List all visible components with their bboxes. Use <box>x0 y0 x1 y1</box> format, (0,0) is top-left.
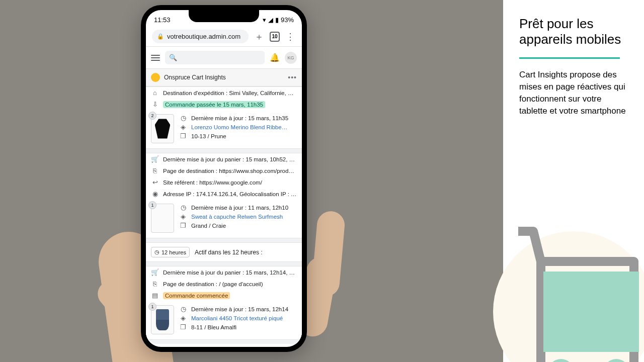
signal-icon: ◢ <box>268 16 273 24</box>
variant-text: Grand / Craie <box>191 223 226 229</box>
clock-icon: ◷ <box>154 249 159 255</box>
notifications-icon[interactable]: 🔔 <box>270 53 280 62</box>
svg-point-1 <box>548 359 574 362</box>
cart-update: Dernière mise à jour du panier : 15 mars… <box>163 156 297 162</box>
landing-page: Page de destination : / (page d'accueil) <box>163 281 263 287</box>
order-placed-badge: Commande passée le 15 mars, 11h35 <box>163 101 265 108</box>
landing-page: Page de destination : https://www.shop.c… <box>163 168 297 174</box>
checkout-icon: ▤ <box>151 292 159 299</box>
avatar[interactable]: KG <box>285 52 297 64</box>
phone-frame: 11:53 ▾ ◢ ▮ 93% 🔒 votreboutique.admin.co… <box>141 5 307 352</box>
marketing-sidebar: Prêt pour les appareils mobiles Cart Ins… <box>503 0 644 362</box>
quantity-badge: 1 <box>148 303 156 311</box>
variant-icon: ❐ <box>179 222 187 229</box>
accent-divider <box>519 57 620 59</box>
battery-icon: ▮ <box>275 16 279 24</box>
shipping-destination: Destination d'expédition : Simi Valley, … <box>163 90 297 96</box>
insight-card: 🛒Dernière mise à jour du panier : 15 mar… <box>146 266 302 340</box>
tag-icon: ◈ <box>179 213 187 220</box>
app-top-bar: 🔍 🔔 KG <box>146 47 302 69</box>
search-input[interactable]: 🔍 <box>165 51 265 64</box>
product-thumbnail[interactable]: 1 <box>151 204 174 233</box>
phone-notch <box>189 10 259 22</box>
last-update: Dernière mise à jour : 11 mars, 12h10 <box>191 205 288 211</box>
insight-card: ⌂Destination d'expédition : Simi Valley,… <box>146 86 302 149</box>
battery-percent: 93% <box>281 16 294 24</box>
landing-icon: ⎘ <box>151 167 159 174</box>
cart-icon: 🛒 <box>151 268 159 276</box>
svg-point-2 <box>603 359 629 362</box>
wifi-icon: ▾ <box>263 16 266 24</box>
checkout-started-badge: Commande commencée <box>163 292 230 299</box>
clock-icon: ◷ <box>179 204 187 211</box>
referrer-text: Site référent : https://www.google.com/ <box>163 179 262 186</box>
download-icon: ⇩ <box>151 101 159 108</box>
content-scroll[interactable]: ⌂Destination d'expédition : Simi Valley,… <box>146 86 302 344</box>
product-link[interactable]: Sweat à capuche Relwen Surfmesh <box>191 214 283 220</box>
product-row: 2 ◷Dernière mise à jour : 15 mars, 11h35… <box>146 110 302 148</box>
new-tab-button[interactable]: ＋ <box>254 31 265 42</box>
app-header: Onspruce Cart Insights ••• <box>146 69 302 86</box>
status-time: 11:53 <box>154 16 171 24</box>
tab-switcher-button[interactable]: 10 <box>270 32 280 42</box>
browser-menu-button[interactable]: ⋮ <box>285 31 296 42</box>
tag-icon: ◈ <box>179 123 187 131</box>
lock-icon: 🔒 <box>157 33 164 40</box>
browser-bar: 🔒 votreboutique.admin.com ＋ 10 ⋮ <box>146 27 302 47</box>
variant-text: 10-13 / Prune <box>191 133 226 139</box>
app-title: Onspruce Cart Insights <box>164 74 284 81</box>
last-update: Dernière mise à jour : 15 mars, 11h35 <box>191 115 288 121</box>
menu-button[interactable] <box>151 55 160 61</box>
product-link[interactable]: Lorenzo Uomo Merino Blend Ribbe… <box>191 124 287 130</box>
insight-card: 🛒Dernière mise à jour du panier : 15 mar… <box>146 153 302 238</box>
landing-icon: ⎘ <box>151 280 159 288</box>
variant-icon: ❐ <box>179 132 187 140</box>
app-logo-icon <box>151 73 160 82</box>
url-bar[interactable]: 🔒 votreboutique.admin.com <box>152 30 249 43</box>
search-icon: 🔍 <box>169 54 177 61</box>
home-icon: ⌂ <box>151 89 159 97</box>
pin-icon: ◉ <box>151 190 159 198</box>
product-thumbnail[interactable]: 1 <box>151 305 174 334</box>
cart-illustration <box>503 171 644 362</box>
last-update: Dernière mise à jour : 15 mars, 12h14 <box>191 306 288 312</box>
variant-text: 8-11 / Bleu Amalfi <box>191 324 236 330</box>
url-text: votreboutique.admin.com <box>167 33 240 40</box>
activity-badge[interactable]: ◷ 12 heures <box>151 247 190 257</box>
more-actions-button[interactable]: ••• <box>288 73 297 81</box>
activity-label: Actif dans les 12 heures : <box>195 249 263 256</box>
tag-icon: ◈ <box>179 314 187 322</box>
cart-icon: 🛒 <box>151 155 159 163</box>
product-row: 1 ◷Dernière mise à jour : 15 mars, 12h14… <box>146 301 302 339</box>
sidebar-heading: Prêt pour les appareils mobiles <box>519 16 628 47</box>
activity-filter-row: ◷ 12 heures Actif dans les 12 heures : <box>146 242 302 262</box>
ip-geo: Adresse IP : 174.174.126.14, Géolocalisa… <box>163 191 297 197</box>
referrer-icon: ↩ <box>151 178 159 186</box>
clock-icon: ◷ <box>179 114 187 122</box>
quantity-badge: 2 <box>148 112 156 120</box>
svg-rect-0 <box>543 272 639 352</box>
clock-icon: ◷ <box>179 305 187 313</box>
product-row: 1 ◷Dernière mise à jour : 11 mars, 12h10… <box>146 200 302 238</box>
product-thumbnail[interactable]: 2 <box>151 114 174 143</box>
cart-update: Dernière mise à jour du panier : 15 mars… <box>163 269 297 276</box>
variant-icon: ❐ <box>179 323 187 331</box>
quantity-badge: 1 <box>148 201 156 209</box>
product-link[interactable]: Marcoliani 4450 Tricot texturé piqué <box>191 315 283 321</box>
sidebar-body: Cart Insights propose des mises en page … <box>519 69 628 117</box>
